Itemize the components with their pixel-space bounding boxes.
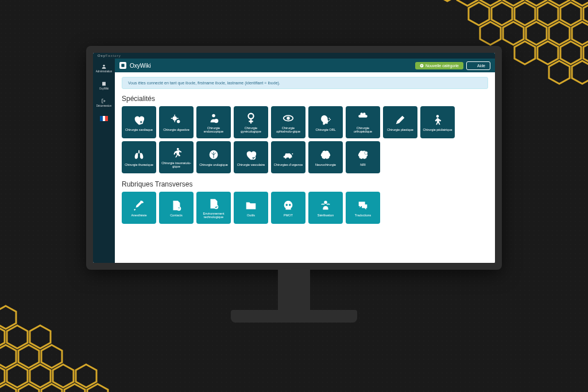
svg-marker-10 — [537, 2, 558, 25]
category-tile[interactable]: PMOT — [271, 192, 305, 224]
tile-label: Stérilisation — [318, 214, 334, 217]
sidebar-item-deconnexion[interactable]: Déconnexion — [93, 96, 115, 109]
svg-marker-9 — [514, 2, 535, 25]
chat-icon — [357, 199, 369, 212]
signout-icon — [101, 98, 107, 104]
tile-label: Traductions — [355, 214, 372, 217]
svg-marker-39 — [0, 384, 16, 392]
svg-point-67 — [287, 117, 290, 120]
svg-point-56 — [177, 120, 180, 123]
female-icon — [245, 111, 257, 125]
svg-marker-33 — [0, 364, 5, 387]
tile-label: Chirurgie thoracique — [125, 163, 153, 166]
svg-marker-20 — [560, 41, 581, 64]
svg-marker-0 — [439, 0, 456, 1]
svg-marker-6 — [572, 0, 588, 6]
heart-check-icon — [245, 148, 257, 162]
category-tile[interactable]: Chirurgie vasculaire — [234, 141, 268, 173]
folder-icon — [245, 199, 257, 212]
sidebar-item-oxywiki[interactable]: OxyWiki — [93, 79, 115, 92]
category-tile[interactable]: Chirurgie ophtalmolo-gique — [271, 106, 305, 138]
svg-marker-34 — [7, 364, 28, 387]
svg-marker-40 — [18, 384, 39, 392]
category-tile[interactable]: Chirurgie urologique — [196, 141, 231, 173]
child-icon — [431, 113, 444, 127]
category-tile[interactable]: Chirurgie gynécologique — [234, 106, 268, 138]
skull-icon — [282, 199, 295, 212]
svg-marker-15 — [526, 22, 547, 45]
category-tile[interactable]: Chirurgie thoracique — [122, 141, 156, 173]
tile-label: Chirurgie endoscopique — [199, 126, 229, 134]
category-tile[interactable]: Chirurgie pédiatrique — [420, 106, 455, 138]
tile-label: PMOT — [284, 214, 293, 217]
page-title: OxyWiki — [130, 63, 151, 69]
svg-point-71 — [436, 115, 439, 118]
monitor-bezel: OxyFactory Administration OxyWiki — [86, 46, 502, 270]
category-tile[interactable]: Outils — [234, 192, 268, 224]
category-tile[interactable]: Traductions — [346, 192, 380, 224]
category-tile[interactable]: Chirurgies d'urgence — [271, 141, 305, 173]
new-category-button[interactable]: Nouvelle catégorie — [415, 62, 463, 69]
svg-point-70 — [329, 120, 330, 121]
svg-marker-11 — [560, 2, 581, 25]
tile-label: Outils — [247, 214, 255, 217]
category-tile[interactable]: Anesthésie — [122, 192, 156, 224]
category-tile[interactable]: Stérilisation — [308, 192, 343, 224]
waves-icon — [319, 199, 332, 212]
file-check-icon — [207, 197, 220, 211]
help-button[interactable]: Aide — [466, 61, 490, 70]
download-icon — [471, 64, 475, 68]
svg-marker-7 — [469, 2, 489, 25]
monitor-screen: OxyFactory Administration OxyWiki — [93, 53, 495, 263]
brain-gear-icon — [357, 148, 369, 162]
category-tile[interactable]: Chirurgie endoscopique — [196, 106, 231, 138]
app-body: Administration OxyWiki Déconnexion — [93, 59, 495, 263]
category-tile[interactable]: Neurochirurgie — [308, 141, 343, 173]
tile-label: Contacts — [170, 214, 183, 217]
svg-marker-5 — [549, 0, 570, 6]
kidney-icon — [207, 148, 220, 162]
monitor-stand-neck — [278, 270, 310, 310]
svg-point-69 — [330, 119, 331, 120]
category-tile[interactable]: Chirurgie ORL — [308, 106, 343, 138]
category-tile[interactable]: Chirurgie plastique — [383, 106, 417, 138]
tile-label: Chirurgie digestive — [163, 128, 189, 131]
bone-icon — [357, 111, 369, 125]
svg-marker-43 — [87, 384, 108, 392]
svg-marker-42 — [64, 384, 85, 392]
lungs-icon — [133, 148, 145, 162]
svg-rect-52 — [121, 64, 124, 67]
section-title: Spécialités — [122, 95, 488, 103]
eye-icon — [282, 111, 295, 125]
category-tile[interactable]: Chirurgie traumatolo-gique — [159, 141, 194, 173]
category-tile[interactable]: NRI — [346, 141, 380, 173]
sidebar-item-administration[interactable]: Administration — [93, 62, 115, 75]
svg-marker-13 — [480, 22, 501, 45]
svg-marker-21 — [583, 41, 588, 64]
svg-marker-23 — [572, 61, 588, 84]
page-header: OxyWiki Nouvelle catégorie Aide — [115, 59, 495, 72]
tile-label: Chirurgies d'urgence — [274, 163, 303, 166]
svg-marker-41 — [41, 384, 62, 392]
svg-marker-12 — [583, 2, 588, 25]
svg-marker-27 — [7, 325, 28, 348]
svg-marker-4 — [526, 0, 547, 6]
svg-point-83 — [289, 204, 291, 206]
category-tile[interactable]: Chirurgie digestive — [159, 106, 194, 138]
category-tile[interactable]: Chirurgie cardiaque — [122, 106, 156, 138]
monitor-mockup: OxyFactory Administration OxyWiki — [86, 46, 502, 339]
category-tile[interactable]: ?Contacts — [159, 192, 194, 224]
category-tile[interactable]: Environnement technologique — [196, 192, 231, 224]
tile-label: Chirurgie plastique — [387, 128, 413, 131]
svg-marker-18 — [514, 41, 535, 64]
svg-marker-3 — [503, 0, 524, 6]
language-flag-fr[interactable] — [100, 116, 108, 121]
svg-marker-31 — [18, 345, 39, 368]
svg-marker-14 — [503, 22, 524, 45]
tile-label: Chirurgie ORL — [315, 128, 335, 131]
tile-label: Chirurgie gynécologique — [236, 126, 266, 134]
svg-rect-51 — [102, 82, 106, 86]
content: Vous êtes connecté en tant que ibode, fi… — [115, 72, 495, 263]
category-tile[interactable]: Chirurgie orthopédique — [346, 106, 380, 138]
tile-label: Chirurgie vasculaire — [237, 163, 265, 166]
